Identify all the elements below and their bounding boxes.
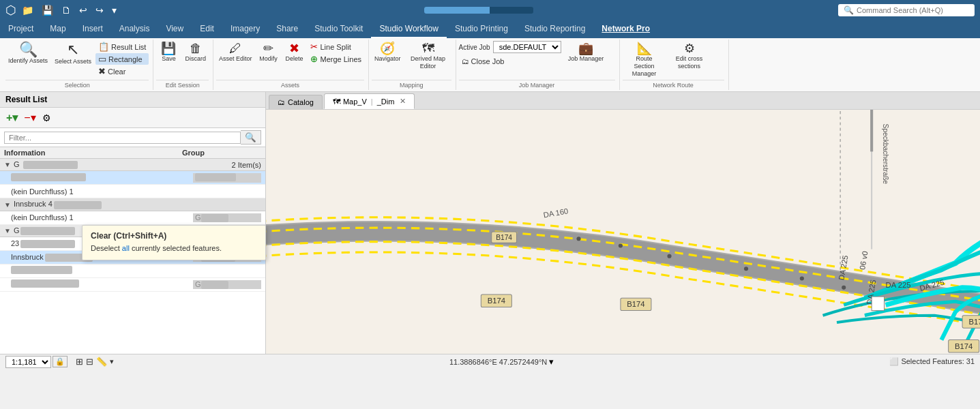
svg-text:DA 225: DA 225 (886, 281, 911, 289)
list-item[interactable]: G (0, 278, 265, 292)
edit-cross-sections-label: Edit cross sections (670, 55, 709, 70)
menu-studio-printing[interactable]: Studio Printing (447, 20, 516, 38)
clear-label: Clear (108, 67, 125, 76)
add-result-button[interactable]: +▾ (4, 110, 20, 125)
coordinates-display: 11.3886846°E 47.2572449°N ▾ (122, 357, 881, 367)
list-group-header-1[interactable]: ▼ G 2 Item(s) (0, 159, 265, 171)
list-item[interactable]: (kein Durchfluss) 1 G (0, 211, 265, 225)
col-header-information: Information (4, 149, 182, 157)
ribbon-group-network-route: 📐 Route Section Manager ⚙ Edit cross sec… (620, 40, 729, 90)
assets-group-label: Assets (216, 80, 364, 89)
progress-bar-fill (424, 7, 490, 14)
group-1-title-prefix: G (14, 160, 20, 168)
map-area: 🗂 Catalog 🗺 Map_V | _Dim ✕ (266, 92, 980, 354)
sidebar: Result List +▾ −▾ ⚙ 🔍 Information Group … (0, 92, 266, 354)
edit-session-group-label: Edit Session (156, 80, 209, 89)
ribbon-group-selection: 🔍 Identify Assets ↖ Select Assets 📋 Resu… (3, 40, 153, 90)
close-job-button[interactable]: 🗂 Close Job (459, 56, 561, 67)
selection-col: 📋 Result List ▭ Rectangle ✖ Clear (95, 41, 149, 77)
save-quick-button[interactable]: 💾 (39, 3, 56, 17)
menu-share[interactable]: Share (268, 20, 306, 38)
filter-search-button[interactable]: 🔍 (241, 130, 261, 145)
menu-project[interactable]: Project (0, 20, 42, 38)
app-logo-icon: ⬡ (5, 3, 16, 18)
list-group-header-2[interactable]: ▼ Innsbruck 4 (0, 198, 265, 211)
rectangle-button[interactable]: ▭ Rectangle (95, 53, 149, 65)
menu-edit[interactable]: Edit (192, 20, 222, 38)
menu-insert[interactable]: Insert (74, 20, 111, 38)
map-tab-active[interactable]: 🗺 Map_V | _Dim ✕ (324, 93, 415, 109)
menu-studio-workflow[interactable]: Studio Workflow (371, 20, 446, 38)
menu-studio-toolkit[interactable]: Studio Toolkit (306, 20, 371, 38)
group-1-count: 2 Item(s) (232, 161, 261, 169)
scale-control[interactable]: 1:1,181 🔒 (5, 356, 68, 368)
result-list-button[interactable]: 📋 Result List (95, 41, 149, 52)
delete-button[interactable]: ✖ Delete (282, 41, 306, 64)
close-map-tab-icon[interactable]: ✕ (400, 97, 406, 106)
asset-editor-icon: 🖊 (229, 42, 241, 55)
map-canvas[interactable]: B174 B174 B174 B174 DA 225 DA 225 DA 225… (266, 110, 980, 354)
menu-view[interactable]: View (158, 20, 192, 38)
identify-assets-button[interactable]: 🔍 Identify Assets (5, 41, 50, 66)
merge-lines-button[interactable]: ⊕ Merge Lines (308, 53, 364, 65)
clear-button[interactable]: ✖ Clear (95, 65, 149, 77)
group-2-arrow-icon: ▼ (4, 201, 11, 209)
edit-cross-sections-button[interactable]: ⚙ Edit cross sections (668, 41, 711, 72)
menu-map[interactable]: Map (42, 20, 74, 38)
settings-result-button[interactable]: ⚙ (40, 112, 53, 124)
active-job-select[interactable]: sde.DEFAULT (493, 41, 561, 53)
customize-button[interactable]: ▾ (109, 3, 119, 17)
job-manager-button[interactable]: 💼 Job Manager (565, 41, 607, 64)
svg-point-25 (800, 277, 804, 281)
status-map-icons: ⊞ ⊟ 📏 ▾ (76, 357, 114, 367)
open-button[interactable]: 📁 (19, 3, 36, 17)
ribbon-group-edit-session-content: 💾 Save 🗑 Discard (156, 41, 209, 78)
undo-button[interactable]: ↩ (76, 3, 90, 17)
route-section-manager-button[interactable]: 📐 Route Section Manager (623, 41, 666, 78)
filter-input[interactable] (4, 132, 241, 144)
redo-button[interactable]: ↪ (93, 3, 106, 17)
quick-access-toolbar: ⬡ 📁 💾 🗋 ↩ ↪ ▾ (5, 3, 119, 18)
new-button[interactable]: 🗋 (59, 3, 74, 17)
discard-button[interactable]: 🗑 Discard (182, 41, 209, 64)
route-section-manager-label: Route Section Manager (625, 55, 664, 77)
measure-icon: 📏 (96, 357, 107, 367)
command-search-box[interactable]: 🔍 (838, 4, 975, 16)
navigator-button[interactable]: 🧭 Navigator (372, 41, 404, 64)
list-item[interactable]: (kein Durchfluss) 1 (0, 185, 265, 198)
group-1-title: G (14, 160, 232, 169)
svg-point-24 (744, 267, 748, 271)
catalog-tab[interactable]: 🗂 Catalog (269, 95, 323, 109)
asset-editor-button[interactable]: 🖊 Asset Editor (216, 41, 255, 64)
line-split-button[interactable]: ✂ Line Split (308, 41, 364, 52)
coordinates-dropdown[interactable]: ▾ (549, 357, 554, 367)
menu-network-pro[interactable]: Network Pro (593, 20, 658, 38)
result-list-header: Result List (0, 92, 265, 108)
list-item[interactable] (0, 264, 265, 278)
selected-icon: ⬜ (889, 357, 899, 365)
save-button[interactable]: 💾 Save (156, 41, 181, 64)
ribbon: 🔍 Identify Assets ↖ Select Assets 📋 Resu… (0, 38, 980, 92)
select-assets-button[interactable]: ↖ Select Assets (52, 41, 94, 67)
item-blurred-4 (11, 279, 79, 288)
command-search-input[interactable] (857, 6, 959, 14)
menu-analysis[interactable]: Analysis (111, 20, 158, 38)
close-job-label: Close Job (471, 57, 505, 65)
modify-label: Modify (259, 55, 278, 63)
tooltip-popup: Clear (Ctrl+Shift+A) Deselect all curren… (82, 225, 266, 260)
modify-button[interactable]: ✏ Modify (256, 41, 280, 64)
scale-select[interactable]: 1:1,181 (5, 356, 51, 368)
progress-bar-background (424, 7, 533, 14)
delete-icon: ✖ (289, 42, 299, 55)
remove-result-button[interactable]: −▾ (22, 110, 38, 125)
selection-group-label: Selection (5, 80, 149, 89)
menu-imagery[interactable]: Imagery (222, 20, 268, 38)
list-item-group: G (193, 213, 261, 222)
derived-map-editor-button[interactable]: 🗺 Derived Map Editor (405, 41, 451, 72)
dim-tab-label: _Dim (377, 97, 395, 106)
menu-studio-reporting[interactable]: Studio Reporting (516, 20, 593, 38)
svg-rect-31 (872, 297, 884, 311)
scale-lock-button[interactable]: 🔒 (53, 356, 68, 367)
mapping-group-label: Mapping (372, 80, 451, 89)
list-item[interactable] (0, 171, 265, 185)
